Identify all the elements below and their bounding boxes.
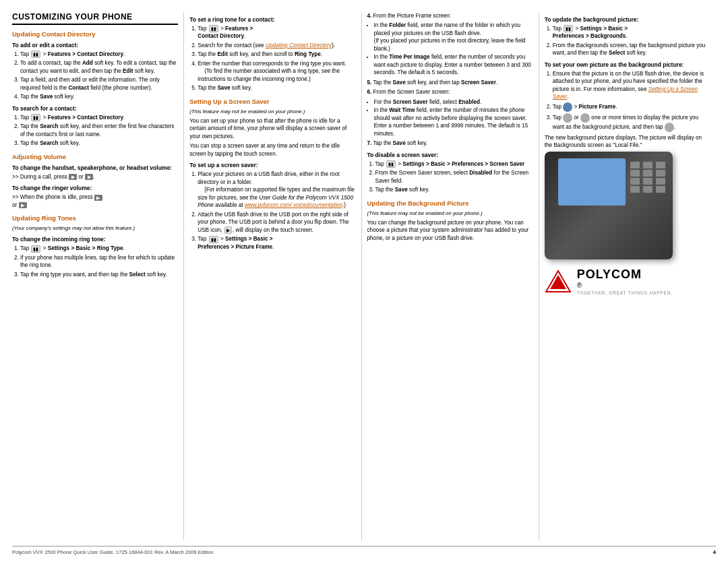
screen-saver-steps: Place your pictures on a USB flash drive… (189, 170, 355, 251)
step-4a: Tap the Save soft key. (20, 93, 178, 100)
search-step-1: Tap ▮▮ > Features > Contact Directory. (20, 114, 178, 121)
bullet-time-per-image: In the Time Per Image field, enter the n… (374, 53, 533, 76)
phone-key-5 (643, 170, 653, 177)
subsection-setup-screen-saver: To set up a screen saver: (189, 162, 355, 168)
screen-saver-note: (This feature may not be enabled on your… (189, 108, 355, 115)
main-content: CUSTOMIZING YOUR PHONE Updating Contact … (12, 12, 716, 540)
rc-step-5: Tap the Save soft key. (198, 84, 355, 92)
background-note: (This feature may not be enabled on your… (367, 210, 533, 217)
subsection-own-picture: To set your own picture as the backgroun… (545, 61, 710, 68)
phone-key-8 (643, 178, 653, 185)
section-adjusting-volume: Adjusting Volume (12, 153, 178, 160)
tap-icon-4: ▮▮ (209, 25, 218, 32)
phone-key-12 (656, 186, 665, 193)
column-4: To update the background picture: Tap ▮▮… (539, 12, 716, 540)
ss-step-2: Attach the USB flash drive to the USB po… (198, 211, 355, 234)
column-3: 4. From the Picture Frame screen: In the… (362, 12, 539, 540)
phone-key-10 (630, 186, 640, 193)
ring-tone-steps: Tap ▮▮ > Settings > Basic > Ring Type. I… (12, 245, 178, 278)
bullet-wait-time: In the Wait Time field, enter the number… (374, 106, 533, 137)
ring-contact-steps: Tap ▮▮ > Features >Contact Directory. Se… (189, 25, 355, 92)
phone-key-7 (630, 178, 640, 185)
subsection-add-edit: To add or edit a contact: (12, 42, 178, 49)
speaker-icon-3: ▶ (94, 195, 102, 201)
footer: Polycom VVX 1500 Phone Quick User Guide.… (12, 546, 716, 555)
phone-image (545, 152, 673, 259)
tap-icon-5: ▮▮ (209, 236, 218, 243)
bullet-enabled: For the Screen Saver field, select Enabl… (374, 98, 533, 106)
screen-saver-body1: You can set up your phone so that after … (189, 117, 355, 140)
polycom-tagline: TOGETHER, GREAT THINGS HAPPEN. (577, 290, 673, 295)
section-background: Updating the Background Picture (367, 199, 533, 207)
tap-icon-2: ▮▮ (31, 114, 40, 121)
subsection-incoming-ring: To change the incoming ring tone: (12, 236, 178, 243)
phone-key-11 (643, 186, 653, 193)
ss-step-1-note: (For information on supported file types… (198, 187, 355, 208)
phone-key-9 (656, 178, 665, 185)
polycom-text: POLYCOM® TOGETHER, GREAT THINGS HAPPEN. (577, 268, 673, 295)
tap-icon-3: ▮▮ (31, 245, 40, 253)
step7-save: 7. Tap the Save soft key. (367, 139, 533, 147)
page: CUSTOMIZING YOUR PHONE Updating Contact … (0, 0, 728, 562)
ring-step-2: If your phone has multiple lines, tap th… (20, 254, 178, 270)
tap-icon-1: ▮▮ (31, 51, 40, 58)
svg-marker-1 (550, 275, 566, 289)
update-bg-steps: Tap ▮▮ > Settings > Basic >Preferences >… (545, 25, 710, 57)
op-step-1: Ensure that the picture is on the USB fl… (553, 70, 710, 101)
phone-key-4 (630, 170, 640, 177)
usb-icon: ▶ (224, 226, 232, 234)
new-bg-body: The new background picture displays. The… (545, 134, 710, 150)
ss-step-3: Tap ▮▮ > Settings > Basic >Preferences >… (198, 235, 355, 251)
background-body: You can change the background picture on… (367, 219, 533, 242)
columns: CUSTOMIZING YOUR PHONE Updating Contact … (12, 12, 716, 540)
step6-screen-saver: 6. From the Screen Saver screen: (367, 88, 533, 96)
add-edit-steps: Tap ▮▮ > Features > Contact Directory. T… (12, 51, 178, 101)
phone-key-6 (656, 170, 665, 177)
main-title: CUSTOMIZING YOUR PHONE (12, 12, 178, 25)
rc-step-4: Enter the number that corresponds to the… (198, 60, 355, 83)
phone-screen (558, 158, 626, 206)
bullet-folder: In the Folder field, enter the name of t… (374, 22, 533, 53)
circle-icon-1 (563, 102, 572, 112)
op-step-2: Tap > Picture Frame. (553, 102, 710, 112)
column-2: To set a ring tone for a contact: Tap ▮▮… (184, 12, 361, 540)
tap-icon-6: ▮▮ (386, 160, 396, 168)
speaker-icon-2: ▶ (85, 174, 93, 180)
dis-step-1: Tap ▮▮ > Settings > Basic > Preferences … (375, 160, 533, 168)
footer-text: Polycom VVX 1500 Phone Quick User Guide.… (12, 549, 214, 555)
section-ring-tones: Updating Ring Tones (12, 214, 178, 222)
tap-icon-7: ▮▮ (564, 25, 573, 32)
phone-key-2 (643, 162, 653, 168)
search-step-3: Tap the Search soft key. (20, 139, 178, 147)
screen-saver-body2: You can stop a screen saver at any time … (189, 142, 355, 158)
subsection-ring-contact: To set a ring tone for a contact: (189, 16, 355, 23)
polycom-registered: ® (577, 282, 673, 289)
speaker-icon-4: ▶ (19, 202, 27, 208)
polycom-triangle-icon (545, 270, 572, 293)
search-steps: Tap ▮▮ > Features > Contact Directory. T… (12, 114, 178, 148)
search-step-2: Tap the Search soft key, and then enter … (20, 123, 178, 138)
from-picture-frame: 4. From the Picture Frame screen: (367, 12, 533, 20)
forward-icon-1 (563, 113, 572, 123)
screen-saver-bullets: For the Screen Saver field, select Enabl… (367, 98, 533, 137)
subsection-search: To search for a contact: (12, 105, 178, 112)
phone-key-3 (656, 162, 665, 168)
ubg-step-1: Tap ▮▮ > Settings > Basic >Preferences >… (553, 25, 710, 40)
speaker-icon-1: ▶ (69, 174, 77, 180)
step-3a: Tap a field, and then add or edit the in… (20, 76, 178, 92)
own-picture-steps: Ensure that the picture is on the USB fl… (545, 70, 710, 132)
link-screen-saver: Setting Up a Screen Saver (553, 86, 698, 100)
forward-icon-3 (665, 123, 674, 132)
disable-steps: Tap ▮▮ > Settings > Basic > Preferences … (367, 160, 533, 194)
footer-page-number: 4 (713, 549, 716, 555)
link-polycom: www.polycom.com/ voicedocumentation (245, 202, 342, 208)
link-updating-contact: Updating Contact Directory (266, 42, 332, 49)
op-step-3: Tap or one or more times to display the … (553, 113, 710, 132)
step-1a: Tap ▮▮ > Features > Contact Directory. (20, 51, 178, 58)
ring-step-3: Tap the ring type you want, and then tap… (20, 271, 178, 278)
column-1: CUSTOMIZING YOUR PHONE Updating Contact … (12, 12, 184, 540)
subsection-disable-screen-saver: To disable a screen saver: (367, 152, 533, 158)
dis-step-3: Tap the Save soft key. (375, 186, 533, 193)
section-updating-contact: Updating Contact Directory (12, 30, 178, 38)
ubg-step-2: From the Backgrounds screen, tap the bac… (553, 42, 710, 57)
